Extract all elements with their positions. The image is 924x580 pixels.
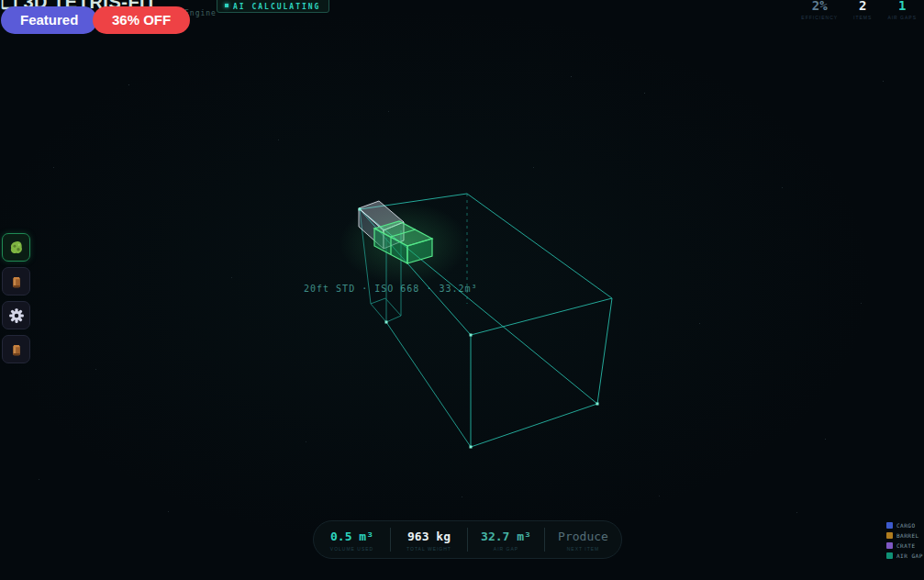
cargo-swatch	[886, 522, 893, 529]
air-gap-swatch	[886, 552, 893, 559]
legend-row-crate: CRATE	[886, 541, 923, 551]
floor-edge-line	[386, 322, 471, 447]
tool-gear-button[interactable]	[2, 301, 30, 329]
volume-used-stat: 0.5 m³ VOLUME USED	[314, 528, 390, 552]
item-toolbar	[2, 233, 30, 363]
tool-barrel-button[interactable]	[2, 267, 30, 296]
barrel-icon	[8, 273, 25, 290]
air-gap-stat: 32.7 m³ AIR GAP	[467, 528, 544, 552]
cargo-legend: CARGO BARREL CRATE AIR GAP	[886, 520, 923, 561]
tool-barrel-2-button[interactable]	[2, 335, 30, 363]
legend-row-barrel: BARREL	[886, 530, 923, 541]
legend-row-air-gap: AIR GAP	[886, 551, 923, 561]
scene-viewport[interactable]	[0, 0, 924, 580]
legend-row-cargo: CARGO	[886, 520, 923, 530]
next-item-stat: Produce NEXT ITEM	[544, 528, 621, 552]
app-root: { "header": { "title_icon": "❑", "title"…	[0, 0, 924, 580]
gear-icon	[8, 307, 25, 324]
total-weight-stat: 963 kg TOTAL WEIGHT	[390, 528, 467, 552]
tool-produce-button[interactable]	[2, 233, 30, 262]
barrel-icon	[8, 341, 25, 358]
barrel-swatch	[886, 532, 893, 539]
footer-stats-bar: 0.5 m³ VOLUME USED 963 kg TOTAL WEIGHT 3…	[313, 520, 622, 559]
produce-icon	[8, 240, 25, 256]
crate-swatch	[886, 542, 893, 549]
